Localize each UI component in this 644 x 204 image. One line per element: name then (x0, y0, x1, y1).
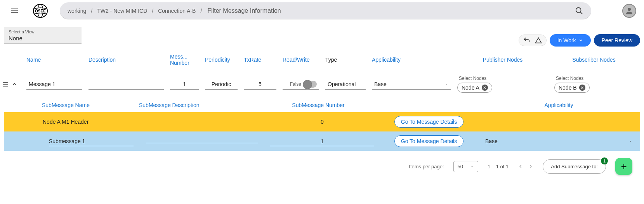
col-type[interactable]: Type (322, 57, 369, 63)
sub-name: Node A M1 Header (43, 119, 140, 125)
user-avatar[interactable] (622, 4, 636, 18)
chip-label: Node B (559, 85, 577, 91)
readwrite-toggle[interactable] (304, 81, 317, 88)
col-publisher[interactable]: Publisher Nodes (454, 57, 551, 63)
page-range: 1 – 1 of 1 (488, 164, 509, 169)
remove-chip-icon[interactable]: ✕ (482, 85, 488, 91)
undo-icon[interactable] (523, 36, 531, 44)
items-per-page-label: Items per page: (409, 164, 444, 169)
delta-icon[interactable] (535, 36, 542, 44)
add-submessage-badge: 1 (601, 157, 608, 164)
action-icon-group (519, 35, 547, 46)
in-work-button[interactable]: In Work (550, 34, 591, 47)
col-applicability[interactable]: Applicability (369, 57, 454, 63)
prev-page-button[interactable] (518, 164, 523, 169)
submessage-header: SubMessage Name SubMessage Description S… (0, 98, 644, 112)
sub-number: 0 (264, 119, 380, 125)
svg-point-4 (576, 7, 581, 12)
sub-desc[interactable] (146, 140, 258, 143)
filter-input[interactable] (207, 7, 575, 14)
subcol-desc[interactable]: SubMessage Description (136, 102, 260, 108)
message-type[interactable]: Operational (325, 79, 366, 90)
col-txrate[interactable]: TxRate (241, 57, 279, 63)
sub-number[interactable]: 1 (270, 137, 374, 146)
svg-text:OSEE: OSEE (35, 9, 46, 13)
col-mess-number[interactable]: Mess... Number (167, 54, 202, 66)
view-select[interactable]: Select a View None (4, 27, 82, 43)
page-size-value: 50 (458, 164, 463, 169)
add-fab[interactable]: + (615, 158, 632, 175)
peer-review-label: Peer Review (602, 37, 632, 43)
chevron-down-icon (578, 38, 583, 43)
submessage-row-header: Node A M1 Header 0 Go To Message Details (4, 112, 640, 131)
col-text: Mess... (170, 54, 199, 60)
submessage-row: Submessage 1 1 Go To Message Details Bas… (4, 131, 640, 151)
subcol-applic[interactable]: Applicability (474, 102, 644, 108)
next-page-button[interactable] (528, 164, 533, 169)
add-submessage-label: Add Submessage to: (551, 164, 598, 169)
paginator: Items per page: 50 1 – 1 of 1 Add Submes… (0, 151, 644, 182)
col-description[interactable]: Description (85, 57, 167, 63)
breadcrumb-item[interactable]: TW2 - New MIM ICD (97, 8, 147, 14)
col-subscriber[interactable]: Subscriber Nodes (551, 57, 637, 63)
svg-point-6 (628, 8, 631, 11)
dropdown-icon (628, 139, 632, 143)
dropdown-icon (445, 82, 449, 86)
col-readwrite[interactable]: Read/Write (279, 57, 322, 63)
in-work-label: In Work (557, 37, 576, 43)
sub-applic[interactable]: Base (477, 138, 640, 144)
breadcrumb-sep: / (200, 8, 202, 14)
peer-review-button[interactable]: Peer Review (594, 34, 640, 47)
table-header: Name Description Mess... Number Periodic… (0, 50, 644, 70)
subscriber-select-label: Select Nodes (554, 76, 634, 81)
dropdown-icon (470, 164, 474, 168)
goto-details-button[interactable]: Go To Message Details (394, 135, 463, 147)
col-name[interactable]: Name (23, 57, 85, 63)
sub-applic-value: Base (485, 138, 498, 144)
col-text: Number (170, 60, 199, 66)
publisher-chip[interactable]: Node A ✕ (457, 83, 492, 93)
col-periodicity[interactable]: Periodicity (202, 57, 241, 63)
publisher-select-label: Select Nodes (457, 76, 548, 81)
subscriber-chip[interactable]: Node B ✕ (554, 83, 590, 93)
add-submessage-button[interactable]: Add Submessage to: 1 (543, 159, 606, 174)
view-select-label: Select a View (9, 29, 77, 34)
remove-chip-icon[interactable]: ✕ (579, 85, 585, 91)
breadcrumb-item[interactable]: Connection A-B (158, 8, 196, 14)
readwrite-cell: False (283, 79, 319, 90)
search-bar: working / TW2 - New MIM ICD / Connection… (60, 2, 591, 19)
message-applicability[interactable]: Base (372, 79, 451, 90)
svg-line-5 (580, 12, 583, 14)
applicability-value: Base (374, 81, 387, 87)
breadcrumb-item[interactable]: working (68, 8, 86, 14)
message-periodicity[interactable]: Periodic (205, 79, 238, 90)
message-number[interactable]: 1 (170, 79, 199, 90)
view-select-value: None (9, 35, 77, 41)
page-size-select[interactable]: 50 (453, 161, 478, 172)
chip-label: Node A (462, 85, 479, 91)
search-icon[interactable] (575, 7, 583, 15)
message-row: Message 1 1 Periodic 5 False Operational… (0, 70, 644, 98)
breadcrumb: working / TW2 - New MIM ICD / Connection… (68, 8, 202, 14)
sub-name[interactable]: Submessage 1 (49, 137, 134, 146)
app-logo: OSEE (29, 3, 52, 19)
subcol-number[interactable]: SubMessage Number (260, 102, 377, 108)
collapse-icon[interactable] (12, 81, 17, 87)
breadcrumb-sep: / (152, 8, 153, 14)
message-name[interactable]: Message 1 (26, 79, 82, 90)
menu-button[interactable] (8, 5, 21, 16)
goto-details-button[interactable]: Go To Message Details (394, 116, 463, 128)
readwrite-label: False (290, 81, 301, 87)
subcol-name[interactable]: SubMessage Name (39, 102, 136, 108)
message-description[interactable] (89, 79, 164, 90)
breadcrumb-sep: / (91, 8, 92, 14)
message-txrate[interactable]: 5 (244, 79, 276, 90)
row-menu-icon[interactable] (2, 81, 9, 87)
